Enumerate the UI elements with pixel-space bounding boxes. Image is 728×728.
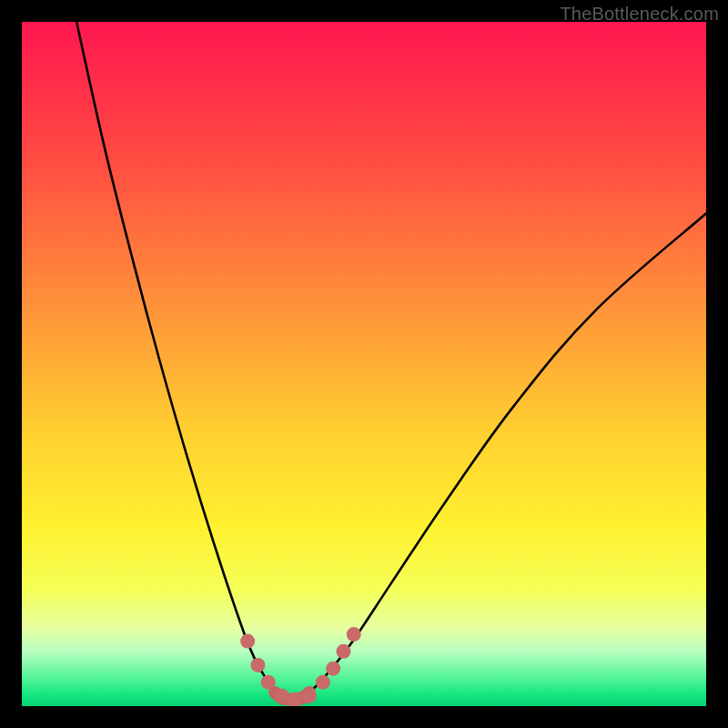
highlight-dot [288,692,303,706]
plot-area [22,22,706,706]
watermark-text: TheBottleneck.com [560,4,719,25]
highlight-dot [347,627,361,642]
curve-layer [22,22,706,706]
highlight-dots [240,627,361,706]
chart-frame: TheBottleneck.com [0,0,728,728]
bottleneck-curve [76,22,706,700]
highlight-dot [240,634,255,649]
highlight-dot [250,658,265,672]
highlight-dot [302,689,317,703]
highlight-dot [261,675,276,690]
highlight-dot [336,644,350,659]
highlight-dot [316,675,330,690]
highlight-dot [275,689,289,703]
highlight-dot [326,662,340,676]
